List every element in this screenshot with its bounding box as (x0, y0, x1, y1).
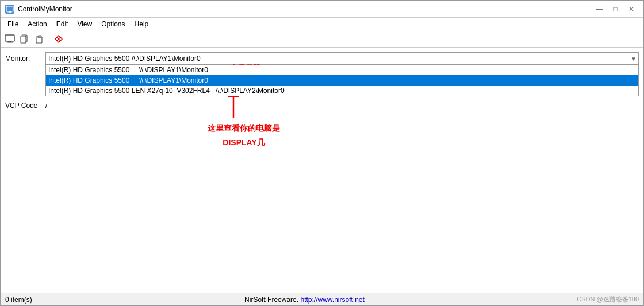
app-icon (5, 5, 14, 14)
status-nirsoft: NirSoft Freeware. http://www.nirsoft.net (244, 296, 365, 304)
svg-rect-4 (8, 41, 12, 42)
svg-rect-1 (9, 11, 11, 13)
close-button[interactable]: ✕ (624, 3, 639, 15)
menu-action[interactable]: Action (23, 18, 51, 30)
vcp-row: VCP Code / (5, 102, 639, 110)
monitor-select-container: Intel(R) HD Graphics 5500 \\.\DISPLAY1\M… (45, 52, 639, 65)
menu-file[interactable]: File (3, 18, 23, 30)
menu-view[interactable]: View (72, 18, 97, 30)
maximize-button[interactable]: □ (608, 3, 623, 15)
menu-bar: File Action Edit View Options Help (1, 18, 643, 30)
watermark-text: CSDN @迷路爸爸180 (577, 295, 639, 304)
dropdown-item-3[interactable]: Intel(R) HD Graphics 5500 LEN X27q-10 V3… (46, 86, 638, 96)
svg-rect-7 (21, 36, 26, 43)
monitor-label: Monitor: (5, 55, 45, 63)
toolbar-btn-delete[interactable] (52, 32, 66, 46)
dropdown-item-1[interactable]: Intel(R) HD Graphics 5500 \\.\DISPLAY1\M… (46, 65, 638, 75)
window-controls: — □ ✕ (592, 3, 639, 15)
window-title: ControlMyMonitor (18, 5, 72, 13)
toolbar (1, 30, 643, 48)
status-item-count: 0 item(s) (5, 296, 32, 304)
main-content: Monitor: Intel(R) HD Graphics 5500 \\.\D… (1, 48, 643, 293)
vcp-label: VCP Code (5, 102, 45, 110)
minimize-button[interactable]: — (592, 3, 607, 15)
dropdown-item-2[interactable]: Intel(R) HD Graphics 5500 \\.\DISPLAY1\M… (46, 75, 638, 86)
status-bar: 0 item(s) NirSoft Freeware. http://www.n… (1, 293, 643, 305)
menu-edit[interactable]: Edit (52, 18, 73, 30)
toolbar-btn-monitor[interactable] (3, 32, 17, 46)
main-window: ControlMyMonitor — □ ✕ File Action Edit … (0, 0, 644, 306)
dropdown-arrow-icon: ▼ (631, 56, 637, 62)
svg-rect-3 (5, 35, 14, 41)
toolbar-btn-paste[interactable] (33, 32, 47, 46)
annotation-display-text: 这里查看你的电脑是 DISPLAY几 (208, 121, 280, 150)
svg-rect-0 (6, 6, 13, 11)
vcp-slash: / (45, 102, 47, 110)
menu-help[interactable]: Help (130, 18, 154, 30)
svg-rect-2 (7, 12, 12, 13)
menu-options[interactable]: Options (97, 18, 129, 30)
svg-rect-5 (7, 42, 13, 43)
toolbar-separator (49, 33, 49, 45)
title-bar-left: ControlMyMonitor (5, 5, 72, 14)
toolbar-btn-copy[interactable] (18, 32, 32, 46)
svg-rect-9 (38, 36, 41, 38)
monitor-dropdown-open: Intel(R) HD Graphics 5500 \\.\DISPLAY1\M… (45, 65, 639, 96)
monitor-row: Monitor: Intel(R) HD Graphics 5500 \\.\D… (5, 52, 639, 65)
title-bar: ControlMyMonitor — □ ✕ (1, 1, 643, 18)
monitor-selected-value: Intel(R) HD Graphics 5500 \\.\DISPLAY1\M… (48, 55, 201, 63)
monitor-select[interactable]: Intel(R) HD Graphics 5500 \\.\DISPLAY1\M… (45, 52, 639, 65)
